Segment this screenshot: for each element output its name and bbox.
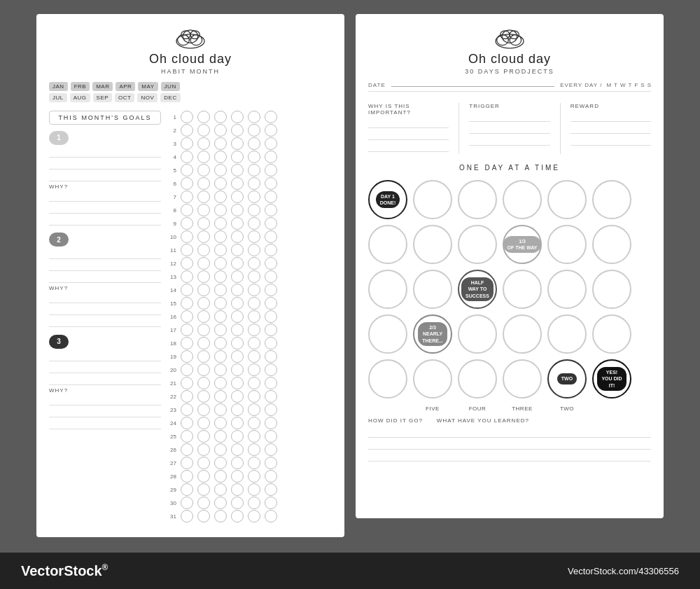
day-circle[interactable] <box>214 204 227 216</box>
day-circle[interactable] <box>214 297 227 310</box>
day-circle[interactable] <box>197 284 210 296</box>
day-circle[interactable] <box>214 337 227 349</box>
day-circle[interactable] <box>248 483 260 496</box>
day-circle[interactable] <box>181 377 193 389</box>
day-circle[interactable] <box>248 363 260 376</box>
day-circle[interactable] <box>265 483 277 496</box>
day-circle[interactable] <box>181 457 193 469</box>
big-circle[interactable] <box>503 359 542 399</box>
day-circle[interactable] <box>197 190 210 203</box>
day-circle[interactable] <box>265 310 277 323</box>
big-circle[interactable] <box>413 225 452 264</box>
big-circle[interactable] <box>503 314 542 354</box>
day-circle[interactable] <box>248 244 260 256</box>
day-circle[interactable] <box>181 390 193 403</box>
day-circle[interactable] <box>231 137 244 150</box>
big-circle[interactable] <box>458 314 497 354</box>
big-circle[interactable] <box>413 270 452 309</box>
day-circle[interactable] <box>248 204 260 216</box>
day-circle[interactable] <box>231 230 244 243</box>
day-circle[interactable] <box>248 377 260 389</box>
day-circle[interactable] <box>248 111 260 123</box>
day-circle[interactable] <box>214 430 227 443</box>
day-circle[interactable] <box>214 403 227 416</box>
day-circle[interactable] <box>214 324 227 336</box>
day-circle[interactable] <box>197 164 210 176</box>
day-circle[interactable] <box>231 257 244 270</box>
day-circle[interactable] <box>231 470 244 483</box>
day-circle[interactable] <box>231 403 244 416</box>
day-circle[interactable] <box>181 217 193 230</box>
day-circle[interactable] <box>248 230 260 243</box>
big-circle[interactable] <box>592 270 631 309</box>
day-circle[interactable] <box>265 230 277 243</box>
day-circle[interactable] <box>181 204 193 216</box>
day-circle[interactable] <box>231 217 244 230</box>
day-circle[interactable] <box>231 350 244 363</box>
day-circle[interactable] <box>265 443 277 456</box>
day-circle[interactable] <box>181 483 193 496</box>
big-circle[interactable] <box>368 225 407 264</box>
day-circle[interactable] <box>265 497 277 509</box>
big-circle[interactable]: YES! YOU DID IT! <box>592 359 631 399</box>
day-circle[interactable] <box>248 177 260 190</box>
day-circle[interactable] <box>248 337 260 349</box>
day-circle[interactable] <box>214 470 227 483</box>
day-circle[interactable] <box>248 164 260 176</box>
day-circle[interactable] <box>231 497 244 509</box>
day-circle[interactable] <box>265 390 277 403</box>
day-circle[interactable] <box>265 270 277 283</box>
day-circle[interactable] <box>214 377 227 389</box>
day-circle[interactable] <box>231 164 244 176</box>
day-circle[interactable] <box>248 457 260 469</box>
big-circle[interactable] <box>368 314 407 354</box>
day-circle[interactable] <box>214 443 227 456</box>
day-circle[interactable] <box>265 204 277 216</box>
day-circle[interactable] <box>181 403 193 416</box>
day-circle[interactable] <box>197 204 210 216</box>
day-circle[interactable] <box>265 417 277 429</box>
day-circle[interactable] <box>197 297 210 310</box>
day-circle[interactable] <box>181 257 193 270</box>
day-circle[interactable] <box>197 111 210 123</box>
day-circle[interactable] <box>248 497 260 509</box>
day-circle[interactable] <box>214 124 227 137</box>
day-circle[interactable] <box>248 217 260 230</box>
day-circle[interactable] <box>197 470 210 483</box>
day-circle[interactable] <box>248 324 260 336</box>
day-circle[interactable] <box>181 137 193 150</box>
day-circle[interactable] <box>265 430 277 443</box>
day-circle[interactable] <box>265 257 277 270</box>
day-circle[interactable] <box>181 244 193 256</box>
day-circle[interactable] <box>197 257 210 270</box>
big-circle[interactable] <box>592 225 631 264</box>
day-circle[interactable] <box>248 417 260 429</box>
day-circle[interactable] <box>248 270 260 283</box>
day-circle[interactable] <box>181 284 193 296</box>
day-circle[interactable] <box>248 297 260 310</box>
day-circle[interactable] <box>181 510 193 522</box>
day-circle[interactable] <box>231 363 244 376</box>
day-circle[interactable] <box>265 403 277 416</box>
day-circle[interactable] <box>197 350 210 363</box>
day-circle[interactable] <box>231 270 244 283</box>
day-circle[interactable] <box>214 350 227 363</box>
day-circle[interactable] <box>197 124 210 137</box>
day-circle[interactable] <box>248 151 260 163</box>
day-circle[interactable] <box>231 430 244 443</box>
day-circle[interactable] <box>181 417 193 429</box>
day-circle[interactable] <box>248 403 260 416</box>
day-circle[interactable] <box>231 177 244 190</box>
day-circle[interactable] <box>265 510 277 522</box>
day-circle[interactable] <box>197 270 210 283</box>
day-circle[interactable] <box>214 310 227 323</box>
day-circle[interactable] <box>197 230 210 243</box>
day-circle[interactable] <box>197 324 210 336</box>
big-circle[interactable] <box>547 270 587 309</box>
day-circle[interactable] <box>265 124 277 137</box>
day-circle[interactable] <box>181 164 193 176</box>
day-circle[interactable] <box>214 390 227 403</box>
day-circle[interactable] <box>265 217 277 230</box>
day-circle[interactable] <box>248 257 260 270</box>
day-circle[interactable] <box>265 363 277 376</box>
